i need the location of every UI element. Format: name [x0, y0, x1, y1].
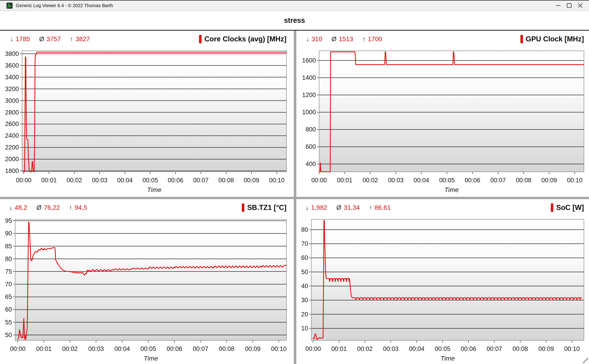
svg-text:00:08: 00:08	[516, 177, 531, 184]
svg-text:00:09: 00:09	[244, 177, 259, 184]
page-title: stress	[284, 16, 305, 25]
svg-text:00:10: 00:10	[567, 177, 582, 184]
svg-text:00:08: 00:08	[512, 345, 528, 352]
svg-text:00:02: 00:02	[62, 345, 78, 352]
svg-text:80: 80	[5, 255, 12, 262]
svg-text:00:06: 00:06	[465, 177, 480, 184]
svg-text:1000: 1000	[302, 109, 316, 116]
svg-text:600: 600	[305, 143, 316, 150]
svg-text:00:09: 00:09	[538, 345, 554, 352]
svg-text:00:08: 00:08	[219, 345, 234, 352]
minimize-button[interactable]	[553, 0, 564, 11]
svg-text:00:01: 00:01	[331, 345, 347, 352]
svg-text:00:02: 00:02	[357, 345, 373, 352]
svg-text:00:05: 00:05	[439, 177, 455, 184]
svg-text:00:05: 00:05	[435, 345, 450, 352]
core-clocks-plot[interactable]: 1800200022002400260028003000320034003600…	[0, 31, 294, 197]
minimize-icon	[556, 3, 561, 8]
gpu-clock-plot[interactable]: 400600800100012001400160000:0000:0100:02…	[296, 31, 589, 197]
svg-text:50: 50	[5, 332, 12, 338]
svg-text:400: 400	[305, 161, 316, 167]
svg-text:00:06: 00:06	[168, 177, 183, 184]
svg-text:1800: 1800	[5, 167, 19, 174]
chart-panel-soc: ↓1,982 Ø31,34 ↑86,61 SoC [W] 10203040506…	[296, 199, 589, 364]
svg-text:90: 90	[5, 230, 12, 237]
maximize-icon	[566, 3, 572, 8]
svg-text:70: 70	[5, 281, 12, 288]
svg-text:00:09: 00:09	[541, 177, 557, 184]
window-title: Generic Log Viewer 6.4 - © 2022 Thomas B…	[16, 3, 113, 8]
svg-text:Time: Time	[147, 186, 161, 193]
svg-text:50: 50	[301, 269, 308, 275]
svg-text:Time: Time	[144, 355, 158, 362]
resize-grip[interactable]	[582, 357, 589, 364]
svg-text:95: 95	[5, 217, 12, 224]
chart-panel-core-clocks: ↓1785 Ø3757 ↑3827 Core Clocks (avg) [MHz…	[0, 31, 294, 197]
svg-text:00:02: 00:02	[66, 177, 82, 184]
svg-text:00:01: 00:01	[36, 345, 52, 352]
svg-text:1200: 1200	[302, 91, 316, 98]
svg-text:1400: 1400	[302, 74, 316, 81]
svg-text:00:00: 00:00	[305, 345, 321, 352]
svg-text:65: 65	[5, 293, 12, 300]
sbtz1-plot[interactable]: 5055606570758085909500:0000:0100:0200:03…	[0, 199, 294, 364]
svg-text:00:00: 00:00	[311, 177, 327, 184]
chart-panel-sbtz1: ↓48,2 Ø76,22 ↑94,5 SB.TZ1 [°C] 505560657…	[0, 199, 294, 364]
svg-text:2800: 2800	[5, 109, 19, 116]
svg-text:85: 85	[5, 243, 12, 250]
horizontal-divider	[0, 197, 589, 199]
svg-text:00:07: 00:07	[193, 177, 209, 184]
svg-text:00:07: 00:07	[193, 345, 208, 352]
titlebar[interactable]: Generic Log Viewer 6.4 - © 2022 Thomas B…	[0, 0, 589, 11]
svg-text:2200: 2200	[5, 144, 19, 151]
svg-text:00:09: 00:09	[245, 345, 261, 352]
close-button[interactable]	[575, 0, 586, 11]
svg-text:00:03: 00:03	[388, 177, 404, 184]
svg-text:Time: Time	[444, 186, 459, 193]
svg-text:30: 30	[301, 297, 308, 304]
svg-text:00:10: 00:10	[269, 177, 285, 184]
svg-text:3600: 3600	[5, 62, 19, 69]
svg-text:00:00: 00:00	[16, 177, 32, 184]
svg-text:00:08: 00:08	[218, 177, 234, 184]
svg-text:3000: 3000	[5, 97, 19, 104]
svg-text:2400: 2400	[5, 132, 19, 139]
svg-text:00:05: 00:05	[141, 345, 156, 352]
svg-text:00:04: 00:04	[409, 345, 424, 352]
svg-text:00:01: 00:01	[41, 177, 57, 184]
app-icon	[7, 3, 13, 9]
svg-text:60: 60	[5, 306, 12, 313]
close-icon	[577, 3, 583, 8]
svg-text:00:06: 00:06	[166, 345, 182, 352]
svg-text:00:04: 00:04	[117, 177, 133, 184]
svg-text:Time: Time	[441, 355, 455, 362]
svg-text:10: 10	[301, 325, 308, 332]
page-header: stress	[0, 11, 589, 30]
svg-text:800: 800	[305, 126, 316, 133]
svg-text:2000: 2000	[5, 156, 19, 162]
svg-text:00:00: 00:00	[10, 345, 26, 352]
svg-text:55: 55	[5, 319, 12, 326]
svg-text:00:07: 00:07	[490, 177, 506, 184]
svg-text:40: 40	[301, 283, 308, 290]
maximize-button[interactable]	[564, 0, 575, 11]
chart-panel-gpu-clock: ↓310 Ø1513 ↑1700 GPU Clock [MHz] 4006008…	[296, 31, 589, 197]
svg-text:00:04: 00:04	[114, 345, 130, 352]
svg-text:60: 60	[301, 254, 308, 261]
svg-text:70: 70	[301, 240, 308, 247]
svg-text:00:04: 00:04	[414, 177, 429, 184]
svg-text:00:03: 00:03	[383, 345, 399, 352]
svg-text:3200: 3200	[5, 85, 19, 92]
svg-text:80: 80	[301, 226, 308, 233]
svg-text:00:01: 00:01	[337, 177, 352, 184]
svg-text:2600: 2600	[5, 120, 19, 127]
svg-text:00:07: 00:07	[487, 345, 502, 352]
svg-text:3400: 3400	[5, 74, 19, 81]
svg-text:00:10: 00:10	[564, 345, 580, 352]
svg-text:00:06: 00:06	[461, 345, 476, 352]
svg-text:3800: 3800	[5, 50, 19, 57]
svg-text:00:03: 00:03	[88, 345, 104, 352]
soc-plot[interactable]: 102030405060708000:0000:0100:0200:0300:0…	[296, 199, 589, 364]
svg-text:00:10: 00:10	[271, 345, 287, 352]
svg-text:00:02: 00:02	[362, 177, 378, 184]
